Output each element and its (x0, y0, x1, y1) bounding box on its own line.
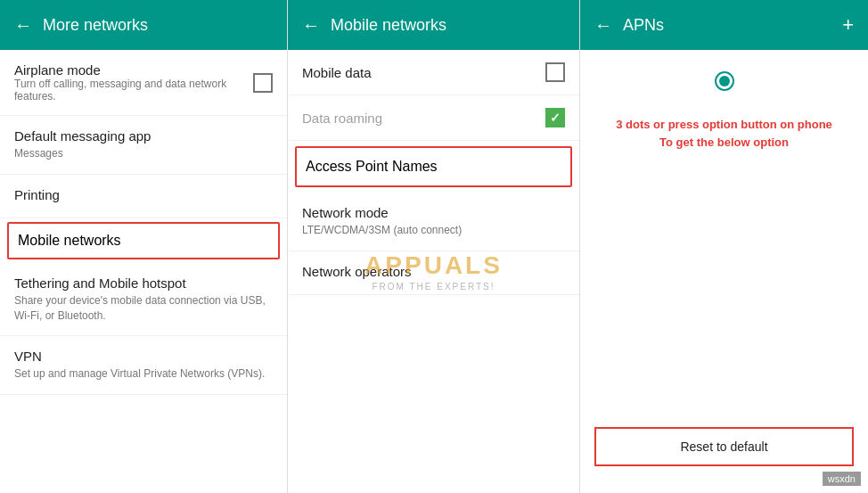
panel1-header: ← More networks (0, 0, 287, 50)
list-item[interactable]: Network mode LTE/WCDMA/3SM (auto connect… (288, 193, 579, 251)
tethering-subtitle: Share your device's mobile data connecti… (14, 293, 273, 324)
panel2-content: Mobile data Data roaming Access Point Na… (288, 50, 579, 493)
default-msg-title: Default messaging app (14, 128, 273, 144)
panel-apns: ← APNs + 3 dots or press option button o… (580, 0, 868, 493)
list-item[interactable]: VPN Set up and manage Virtual Private Ne… (0, 336, 287, 395)
panel1-title: More networks (43, 16, 273, 35)
reset-button-container: Reset to default (594, 427, 854, 466)
panel2-header: ← Mobile networks (288, 0, 579, 50)
list-item[interactable]: Printing (0, 175, 287, 218)
airplane-mode-title: Airplane mode (14, 62, 253, 78)
panel-mobile-networks: ← Mobile networks Mobile data Data roami… (288, 0, 580, 493)
radio-inner (719, 76, 730, 86)
apn-radio-area (580, 50, 868, 112)
list-item[interactable]: Data roaming (288, 95, 579, 141)
panel3-back-arrow[interactable]: ← (594, 15, 612, 36)
add-apn-icon[interactable]: + (842, 13, 854, 37)
mobile-data-checkbox[interactable] (545, 62, 565, 82)
panel3-header: ← APNs + (580, 0, 868, 50)
mobile-data-text: Mobile data (302, 65, 545, 80)
data-roaming-text: Data roaming (302, 111, 545, 126)
reset-to-default-button[interactable]: Reset to default (594, 427, 854, 466)
panel1-back-arrow[interactable]: ← (14, 15, 32, 36)
vpn-subtitle: Set up and manage Virtual Private Networ… (14, 366, 273, 382)
network-mode-title: Network mode (302, 205, 565, 220)
access-point-names-item[interactable]: Access Point Names (295, 146, 572, 187)
list-item[interactable]: Network operators (288, 251, 579, 295)
list-item[interactable]: Mobile data (288, 50, 579, 95)
airplane-mode-subtitle: Turn off calling, messaging and data net… (14, 78, 253, 103)
apn-title: Access Point Names (306, 159, 561, 175)
mobile-networks-item[interactable]: Mobile networks (7, 222, 280, 259)
network-mode-subtitle: LTE/WCDMA/3SM (auto connect) (302, 223, 565, 238)
airplane-mode-text: Airplane mode Turn off calling, messagin… (14, 62, 253, 103)
airplane-mode-checkbox[interactable] (253, 73, 273, 93)
network-operators-title: Network operators (302, 264, 565, 279)
instruction-text: 3 dots or press option button on phoneTo… (594, 116, 854, 151)
printing-title: Printing (14, 187, 273, 202)
data-roaming-checkbox[interactable] (545, 108, 565, 127)
panel1-content: Airplane mode Turn off calling, messagin… (0, 50, 287, 493)
mobile-networks-title: Mobile networks (18, 233, 269, 249)
data-roaming-title: Data roaming (302, 111, 545, 126)
apn-radio-button[interactable] (715, 71, 734, 91)
mobile-data-title: Mobile data (302, 65, 545, 80)
panel-more-networks: ← More networks Airplane mode Turn off c… (0, 0, 288, 493)
list-item[interactable]: Tethering and Mobile hotspot Share your … (0, 263, 287, 337)
vpn-title: VPN (14, 349, 273, 364)
list-item[interactable]: Airplane mode Turn off calling, messagin… (0, 50, 287, 116)
panel2-title: Mobile networks (331, 16, 565, 35)
list-item[interactable]: Default messaging app Messages (0, 116, 287, 175)
panel2-back-arrow[interactable]: ← (302, 15, 320, 36)
default-msg-subtitle: Messages (14, 146, 273, 161)
tethering-title: Tethering and Mobile hotspot (14, 275, 273, 291)
wsxdn-label: wsxdn (823, 472, 861, 486)
panel3-title: APNs (623, 16, 842, 35)
